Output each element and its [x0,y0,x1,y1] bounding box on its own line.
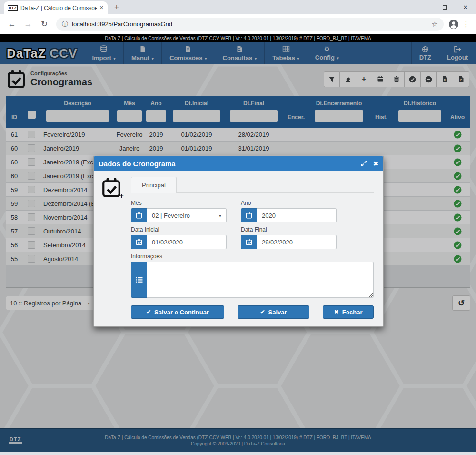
ano-input[interactable]: 2020 [257,208,337,222]
data-inicial-addon [131,235,147,249]
informacoes-textarea[interactable] [147,262,374,298]
site-info-icon[interactable]: ⓘ [62,20,68,29]
chevron-down-icon: ▾ [219,213,221,218]
modal-close-icon[interactable]: ✖ [373,160,378,167]
data-final-addon [241,235,257,249]
profile-avatar[interactable] [448,19,459,30]
reload-icon[interactable]: ↻ [37,19,51,29]
tab-title: DaTa-Z | Cálculo de Comissões d [20,5,97,11]
tab-close-icon[interactable]: ✕ [99,5,104,11]
maximize-icon [443,5,447,10]
modal-title: Dados do Cronograma [99,160,176,168]
modal-tabs: Principal [131,176,374,193]
calendar-icon [246,212,252,219]
save-button[interactable]: ✔ Salvar [238,305,309,319]
address-input[interactable]: ⓘ localhost:3925/ParCronogramasGrid ☆ [56,18,444,31]
check-icon: ✔ [146,309,151,315]
window-close-button[interactable]: ✕ [455,4,476,11]
modal-header[interactable]: Dados do Cronograma ✖ [94,156,383,171]
list-icon [136,277,143,283]
mes-label: Mês [131,200,227,206]
mes-addon [131,208,147,222]
tab-strip: DTZ DaTa-Z | Cálculo de Comissões d ✕ + … [0,0,476,14]
modal-buttons: ✔ Salvar e Continuar ✔ Salvar ✖ Fechar [131,305,374,319]
window-minimize-button[interactable]: – [413,4,434,11]
times-icon: ✖ [334,309,339,315]
ano-label: Ano [241,200,337,206]
expand-icon[interactable] [361,160,367,167]
close-button[interactable]: ✖ Fechar [323,305,374,319]
browser-menu-icon[interactable]: ⋮ [461,20,471,29]
informacoes-addon [131,262,147,298]
app-root: DaTa-Z | Cálculo de Comissões de Vendas … [0,34,476,452]
new-tab-button[interactable]: + [114,2,119,12]
data-final-input[interactable]: 29/02/2020 [257,235,337,249]
favicon-dtz: DTZ [8,5,18,11]
tab-principal[interactable]: Principal [131,177,177,193]
modal-body: + Principal Mês 02 | Fevereiro▾ Ano [94,171,383,326]
url-bar: ← → ↻ ⓘ localhost:3925/ParCronogramasGri… [0,14,476,34]
mes-select[interactable]: 02 | Fevereiro▾ [147,208,227,222]
browser-tab[interactable]: DTZ DaTa-Z | Cálculo de Comissões d ✕ [4,1,108,14]
check-icon: ✔ [260,309,265,315]
data-inicial-input[interactable]: 01/02/2020 [147,235,227,249]
calendar-icon [136,212,142,219]
informacoes-label: Informações [131,253,374,260]
calendar-plus-icon: + [101,177,124,200]
save-continue-button[interactable]: ✔ Salvar e Continuar [131,305,224,319]
browser-chrome: DTZ DaTa-Z | Cálculo de Comissões d ✕ + … [0,0,476,34]
cronograma-modal: Dados do Cronograma ✖ + Principal [93,156,384,327]
data-final-label: Data Final [241,226,337,233]
calendar-alt-icon [136,239,142,245]
ano-addon [241,208,257,222]
data-inicial-label: Data Inicial [131,226,227,233]
back-icon[interactable]: ← [5,20,19,29]
bookmark-star-icon[interactable]: ☆ [432,20,438,29]
forward-icon[interactable]: → [21,20,35,29]
calendar-alt-icon [246,239,252,245]
window-maximize-button[interactable] [434,4,455,11]
url-text: localhost:3925/ParCronogramasGrid [72,20,172,28]
